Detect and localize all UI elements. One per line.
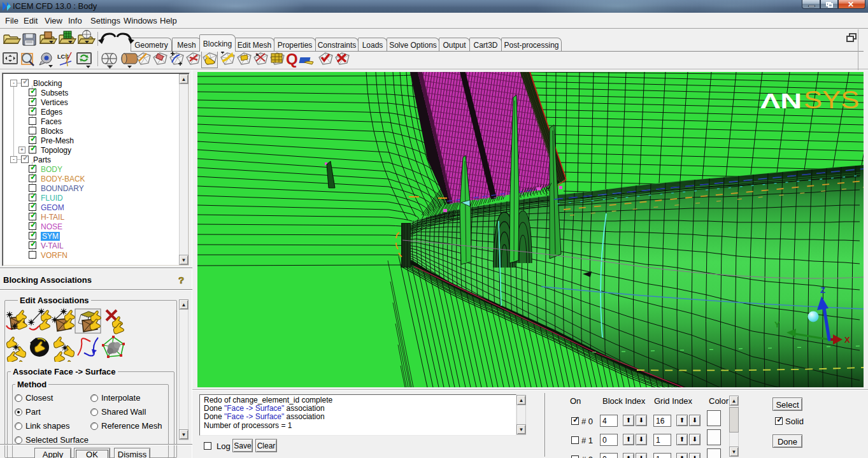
svg-text:Z: Z xyxy=(820,285,825,295)
svg-text:ΛN: ΛN xyxy=(760,89,802,113)
svg-text:X: X xyxy=(844,335,850,345)
svg-text:?: ? xyxy=(178,275,184,285)
svg-text:Q: Q xyxy=(286,50,298,68)
svg-text:SYS: SYS xyxy=(804,86,859,113)
svg-text:Y: Y xyxy=(774,320,780,329)
